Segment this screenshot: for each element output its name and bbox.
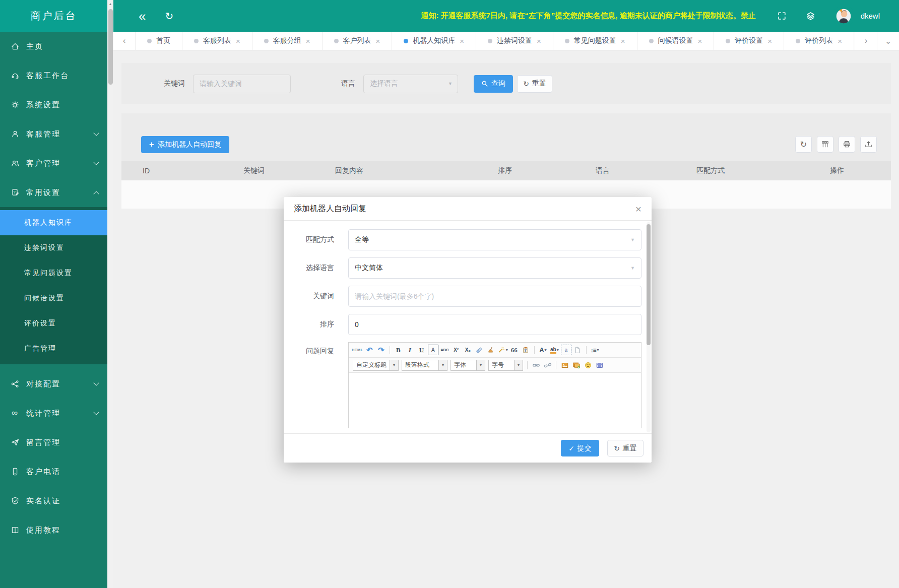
select-arrow-icon: ▼ (630, 266, 635, 271)
caret-icon: ▾ (557, 348, 559, 352)
editor-toolbar-row-2: 自定义标题▾ 段落格式▾ 字体▾ 字号▾ (349, 358, 641, 373)
video-icon[interactable] (594, 360, 605, 370)
highlight-glyph: ab (550, 347, 556, 354)
paste-plain-icon[interactable] (521, 345, 531, 355)
modal-overlay: 添加机器人自动回复 × 匹配方式 全等 ▼ 选择语言 中文简体 ▼ 关键词 (0, 0, 899, 588)
heading-combo[interactable]: 自定义标题▾ (353, 360, 399, 371)
highlight-color-icon[interactable]: ab▾ (549, 345, 560, 355)
multi-image-icon[interactable] (571, 360, 582, 370)
subscript-icon[interactable]: X₂ (463, 345, 473, 355)
match-type-label: 匹配方式 (294, 235, 334, 244)
combo-arrow-icon[interactable]: ▾ (438, 360, 447, 370)
sort-row: 排序 (294, 314, 652, 335)
link-icon[interactable] (531, 360, 541, 370)
modal-scrollbar[interactable] (647, 222, 651, 432)
caret-icon: ▾ (545, 348, 547, 352)
blockquote-icon[interactable]: 66 (509, 345, 520, 355)
modal-language-value: 中文简体 (355, 264, 383, 273)
line-spacing-icon[interactable]: ↕≡▾ (590, 345, 600, 355)
toolbar-divider (527, 361, 528, 369)
modal-keyword-input[interactable] (348, 286, 641, 307)
combo-label: 自定义标题 (353, 361, 390, 369)
html-source-icon[interactable]: HTML (352, 345, 363, 355)
lines-glyph: ≡ (593, 347, 597, 354)
insert-image-icon[interactable] (559, 360, 570, 370)
match-type-row: 匹配方式 全等 ▼ (294, 229, 652, 250)
modal-keyword-label: 关键词 (294, 292, 334, 301)
modal-reset-button[interactable]: ↻ 重置 (607, 440, 644, 456)
strikethrough-icon[interactable]: ABC (439, 345, 450, 355)
keyword-row: 关键词 (294, 286, 652, 307)
editor-content-area[interactable] (349, 373, 641, 428)
modal-footer: ✓ 提交 ↻ 重置 (284, 433, 652, 463)
caret-icon: ▾ (506, 348, 508, 352)
paragraph-combo[interactable]: 段落格式▾ (402, 360, 447, 371)
submit-button[interactable]: ✓ 提交 (561, 440, 599, 456)
combo-arrow-icon[interactable]: ▾ (514, 360, 523, 370)
italic-icon[interactable]: I (405, 345, 415, 355)
match-type-select[interactable]: 全等 ▼ (348, 229, 641, 250)
combo-label: 字体 (451, 361, 476, 369)
toolbar-divider (586, 346, 587, 354)
sort-input[interactable] (348, 314, 641, 335)
toolbar-divider (556, 361, 556, 369)
modal-scrollbar-thumb[interactable] (647, 224, 651, 345)
format-brush-icon[interactable] (486, 345, 496, 355)
combo-label: 段落格式 (402, 361, 438, 369)
anchor-icon[interactable]: a (561, 345, 571, 355)
auto-typeset-icon[interactable]: ▾ (497, 345, 508, 355)
reply-label: 问题回复 (294, 347, 334, 356)
modal-language-select[interactable]: 中文简体 ▼ (348, 257, 641, 279)
modal-title: 添加机器人自动回复 (294, 204, 366, 214)
editor-toolbar-row-1: HTML ↶ ↷ B I U A ABC X² X₂ ▾ (349, 343, 641, 358)
redo-icon[interactable]: ↷ (376, 345, 387, 355)
modal-close-icon[interactable]: × (635, 204, 641, 214)
submit-button-label: 提交 (577, 444, 592, 453)
font-size-combo[interactable]: 字号▾ (488, 360, 523, 371)
bold-icon[interactable]: B (393, 345, 404, 355)
caret-icon: ▾ (597, 348, 599, 352)
reset-icon: ↻ (614, 444, 620, 452)
sort-label: 排序 (294, 320, 334, 329)
rich-text-editor: HTML ↶ ↷ B I U A ABC X² X₂ ▾ (348, 342, 641, 428)
combo-arrow-icon[interactable]: ▾ (390, 360, 398, 370)
toolbar-divider (390, 346, 390, 354)
unlink-icon[interactable] (542, 360, 553, 370)
modal-header: 添加机器人自动回复 × (284, 197, 652, 221)
language-row: 选择语言 中文简体 ▼ (294, 257, 652, 279)
modal-body: 匹配方式 全等 ▼ 选择语言 中文简体 ▼ 关键词 排序 (284, 221, 652, 428)
char-border-icon[interactable]: A (428, 345, 438, 355)
superscript-icon[interactable]: X² (451, 345, 462, 355)
check-icon: ✓ (568, 444, 574, 452)
emoji-icon[interactable] (583, 360, 593, 370)
font-color-icon[interactable]: A▾ (538, 345, 548, 355)
combo-label: 字号 (489, 361, 514, 369)
eraser-icon[interactable] (474, 345, 485, 355)
undo-icon[interactable]: ↶ (364, 345, 375, 355)
combo-arrow-icon[interactable]: ▾ (476, 360, 485, 370)
modal-language-label: 选择语言 (294, 264, 334, 273)
new-page-icon[interactable] (572, 345, 583, 355)
underline-icon[interactable]: U (416, 345, 427, 355)
add-robot-reply-modal: 添加机器人自动回复 × 匹配方式 全等 ▼ 选择语言 中文简体 ▼ 关键词 (284, 197, 652, 463)
font-color-glyph: A (539, 346, 544, 354)
select-arrow-icon: ▼ (630, 237, 635, 242)
toolbar-divider (534, 346, 535, 354)
match-type-value: 全等 (355, 235, 369, 244)
modal-reset-button-label: 重置 (623, 444, 637, 453)
font-family-combo[interactable]: 字体▾ (451, 360, 485, 371)
reply-row: 问题回复 HTML ↶ ↷ B I U A ABC X² X₂ (294, 342, 652, 428)
